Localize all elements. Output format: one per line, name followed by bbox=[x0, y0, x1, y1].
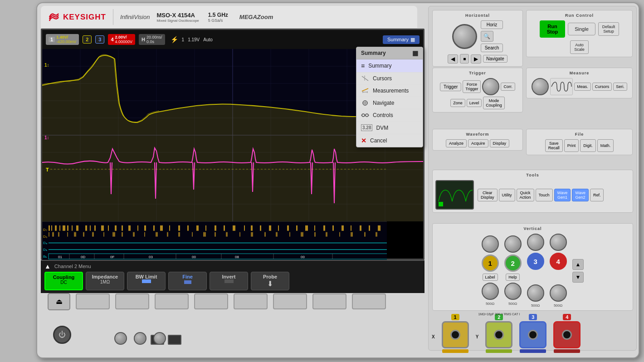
force-trigger-btn[interactable]: Force Trigger bbox=[463, 80, 481, 93]
ch2-indicator[interactable]: 2 bbox=[83, 35, 92, 44]
ch4-indicator[interactable]: 4 2.00V/ 4.00000V bbox=[108, 34, 135, 45]
ch1-pos-knob[interactable] bbox=[482, 283, 499, 300]
usb-eject-button[interactable]: ⏏ bbox=[48, 293, 70, 310]
ref-btn[interactable]: Ref. bbox=[590, 189, 604, 201]
zoom-btn[interactable]: 🔍 bbox=[481, 31, 493, 42]
navigate-btn[interactable]: Navigate bbox=[483, 55, 507, 63]
probe-button[interactable]: Probe ⬇ bbox=[251, 272, 289, 290]
dropdown-item-controls[interactable]: Controls bbox=[356, 109, 423, 122]
coupling-button[interactable]: Coupling DC bbox=[44, 272, 83, 290]
ch1-connector-port[interactable] bbox=[442, 321, 469, 348]
svg-text:0F: 0F bbox=[110, 255, 114, 259]
auto-scale-button[interactable]: Auto Scale bbox=[570, 40, 589, 54]
ch2-connector-port[interactable]: 1MΩ=16pF 300 V RMS CAT I bbox=[485, 321, 512, 348]
ch1-label-btn[interactable]: Label bbox=[483, 274, 498, 281]
ch4-connector-port[interactable] bbox=[553, 321, 581, 348]
ch1-button[interactable]: 1 bbox=[482, 254, 499, 272]
softkey-1[interactable] bbox=[76, 294, 110, 309]
ch2-scale-knob[interactable] bbox=[504, 235, 522, 253]
invert-button[interactable]: Invert bbox=[210, 272, 248, 290]
dropdown-item-cancel[interactable]: ✕ Cancel bbox=[356, 134, 423, 147]
print-btn[interactable]: Print bbox=[564, 139, 579, 152]
digit-btn[interactable]: Digit. bbox=[580, 139, 596, 152]
nav-stop-btn[interactable]: ■ bbox=[460, 54, 469, 64]
softkey-3[interactable] bbox=[155, 294, 189, 309]
dropdown-item-cursors[interactable]: Cursors bbox=[356, 73, 423, 85]
ch3-connector-port[interactable] bbox=[519, 321, 546, 348]
nav-right-btn[interactable]: ▶ bbox=[471, 54, 481, 64]
ch2-pos-knob[interactable] bbox=[504, 283, 522, 300]
ch1-indicator[interactable]: 1 1.40V/ -420.00mV bbox=[46, 34, 79, 45]
dropdown-item-summary[interactable]: ≡ Summary bbox=[356, 59, 423, 73]
ch1-scale-knob[interactable] bbox=[482, 235, 499, 253]
default-setup-button[interactable]: Default Setup bbox=[598, 22, 620, 36]
softkey-6[interactable] bbox=[273, 294, 307, 309]
controls-item-label: Controls bbox=[373, 112, 393, 118]
zone-btn[interactable]: Zone bbox=[450, 99, 465, 107]
run-control-section: Run Control Run Stop Single Default Setu… bbox=[526, 10, 633, 57]
svg-rect-52 bbox=[187, 225, 189, 231]
level-btn[interactable]: Level bbox=[467, 99, 482, 107]
ch4-button[interactable]: 4 bbox=[550, 253, 567, 270]
corr-btn[interactable]: Corr. bbox=[501, 83, 515, 91]
seri-btn[interactable]: Seri. bbox=[613, 83, 627, 91]
softkey-7[interactable] bbox=[312, 294, 346, 309]
analyze-btn[interactable]: Analyze bbox=[446, 139, 467, 147]
mode-coupling-btn[interactable]: Mode Coupling bbox=[483, 97, 505, 109]
ch4-scale-knob[interactable] bbox=[550, 234, 567, 251]
save-recall-btn[interactable]: Save Recall bbox=[545, 139, 563, 152]
ch3-button[interactable]: 3 bbox=[527, 253, 544, 270]
bw-limit-button[interactable]: BW Limit bbox=[127, 272, 166, 290]
quick-action-btn[interactable]: Quick Action bbox=[517, 189, 534, 201]
dropdown-item-navigate[interactable]: Navigate bbox=[356, 97, 423, 109]
panel-down-btn[interactable]: ▼ bbox=[572, 272, 584, 283]
run-stop-button[interactable]: Run Stop bbox=[540, 20, 565, 38]
dropdown-item-dvm[interactable]: 3.28 DVM bbox=[356, 122, 423, 134]
measure-knob[interactable] bbox=[532, 78, 549, 95]
horiz-indicator[interactable]: H 20.00ns/ 0.0s bbox=[139, 34, 165, 45]
single-button[interactable]: Single bbox=[568, 23, 595, 35]
svg-rect-42 bbox=[108, 225, 109, 231]
ch2-button[interactable]: 2 bbox=[504, 254, 522, 272]
connector-ch2: 2 1MΩ=16pF 300 V RMS CAT I bbox=[485, 314, 512, 353]
meas-btn[interactable]: Meas. bbox=[574, 83, 591, 91]
menu-up-arrow[interactable]: ▲ bbox=[44, 263, 51, 270]
svg-rect-46 bbox=[137, 225, 138, 231]
ch3-indicator[interactable]: 3 bbox=[95, 35, 104, 44]
utility-btn[interactable]: Utility bbox=[499, 189, 515, 201]
cursors-btn2[interactable]: Cursors bbox=[592, 83, 612, 91]
math-btn[interactable]: Math. bbox=[597, 139, 614, 152]
softkey-8[interactable] bbox=[352, 294, 386, 309]
probe-conn-1[interactable] bbox=[114, 332, 127, 345]
dropdown-title: Summary bbox=[361, 50, 386, 56]
horizontal-knob[interactable] bbox=[452, 24, 477, 49]
probe-conn-2[interactable] bbox=[134, 332, 146, 345]
acquire-btn[interactable]: Acquire bbox=[468, 139, 488, 147]
summary-btn[interactable]: Summary ▦ bbox=[383, 35, 420, 44]
search-btn[interactable]: Search bbox=[481, 44, 503, 52]
ch3-port-center bbox=[528, 330, 538, 340]
horiz-btn[interactable]: Horiz bbox=[481, 20, 503, 29]
power-button[interactable]: ⏻ bbox=[53, 326, 71, 344]
dropdown-item-measurements[interactable]: Measurements bbox=[356, 85, 423, 97]
mini-display-monitor[interactable] bbox=[435, 180, 474, 210]
trigger-btn[interactable]: Trigger bbox=[440, 83, 461, 91]
probe-conn-3[interactable] bbox=[153, 332, 166, 345]
clear-display-btn[interactable]: Clear Display bbox=[478, 189, 498, 201]
softkey-4[interactable] bbox=[194, 294, 228, 309]
trigger-level-knob[interactable] bbox=[482, 78, 499, 95]
softkey-5[interactable] bbox=[234, 294, 268, 309]
nav-left-btn[interactable]: ◀ bbox=[448, 54, 458, 64]
usb-port-2[interactable] bbox=[168, 335, 181, 345]
wave-gen2-btn[interactable]: Wave Gen2 bbox=[572, 189, 589, 201]
panel-up-btn[interactable]: ▲ bbox=[572, 259, 584, 270]
touch-btn[interactable]: Touch bbox=[536, 189, 553, 201]
display-btn[interactable]: Display bbox=[490, 139, 510, 147]
impedance-button[interactable]: Impedance 1MΩ bbox=[86, 272, 124, 290]
wave-gen1-btn[interactable]: Wave Gen1 bbox=[554, 189, 571, 201]
fine-button[interactable]: Fine bbox=[168, 272, 207, 290]
power-icon: ⏻ bbox=[59, 331, 66, 339]
ch3-scale-knob[interactable] bbox=[527, 234, 544, 251]
softkey-2[interactable] bbox=[115, 294, 149, 309]
ch2-help-btn[interactable]: Help bbox=[506, 274, 520, 281]
